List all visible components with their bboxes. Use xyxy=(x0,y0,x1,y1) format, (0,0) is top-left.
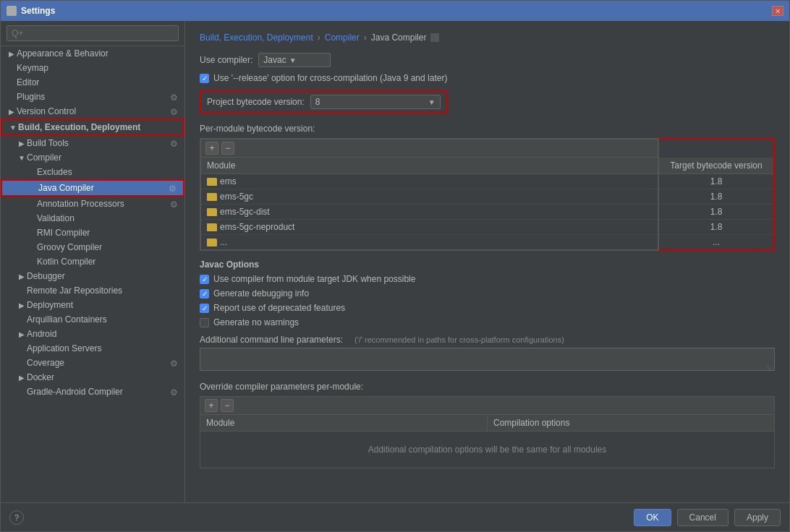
breadcrumb-sep1: › xyxy=(318,33,320,43)
gear-icon: ⚙ xyxy=(170,93,179,101)
expand-arrow: ▶ xyxy=(7,48,17,59)
cross-compile-checkbox[interactable]: ✓ xyxy=(200,74,209,83)
gear-icon: ⚙ xyxy=(170,359,179,367)
table-row[interactable]: ems-5gc-neproduct xyxy=(201,220,658,235)
search-box xyxy=(1,21,184,46)
compiler-select[interactable]: Javac ▼ xyxy=(258,53,331,67)
opt1-label: Use compiler from module target JDK when… xyxy=(213,274,415,284)
module-name-cell: ems-5gc-neproduct xyxy=(201,220,658,234)
expand-arrow xyxy=(27,242,37,252)
opt2-checkbox[interactable]: ✓ xyxy=(200,289,209,299)
expand-arrow xyxy=(17,358,27,368)
sidebar-item-rmi[interactable]: RMI Compiler xyxy=(1,226,184,240)
version-cell: 1.8 xyxy=(659,205,773,220)
sidebar-item-editor[interactable]: Editor xyxy=(1,75,184,90)
cross-compile-row: ✓ Use '--release' option for cross-compi… xyxy=(200,73,775,83)
modules-table-left: + − Module ems xyxy=(200,138,659,251)
javac-options-header: Javac Options xyxy=(200,259,775,270)
add-override-button[interactable]: + xyxy=(205,399,218,412)
opt3-label: Report use of deprecated features xyxy=(213,303,345,313)
sidebar-item-annotation[interactable]: Annotation Processors ⚙ xyxy=(1,197,184,211)
gear-icon: ⚙ xyxy=(170,107,179,116)
folder-icon xyxy=(207,239,217,246)
table-toolbar: + − xyxy=(201,140,658,158)
module-name-cell: ... xyxy=(201,235,658,249)
expand-arrow xyxy=(27,199,37,209)
breadcrumb-part2[interactable]: Compiler xyxy=(325,33,360,43)
settings-window: Settings ✕ ▶ Appearance & Behavior Keyma… xyxy=(0,0,790,532)
expand-arrow xyxy=(17,314,27,325)
cancel-button[interactable]: Cancel xyxy=(677,509,729,526)
table-row[interactable]: ems-5gc xyxy=(201,189,658,205)
sidebar-item-arquillian[interactable]: Arquillian Containers xyxy=(1,312,184,327)
override-hint: Additional compilation options will be t… xyxy=(368,445,607,455)
sidebar-item-appearance[interactable]: ▶ Appearance & Behavior xyxy=(1,46,184,61)
sidebar-item-android[interactable]: ▶ Android xyxy=(1,327,184,341)
sidebar-item-deployment[interactable]: ▶ Deployment xyxy=(1,298,184,312)
check-mark: ✓ xyxy=(202,290,208,298)
sidebar-item-compiler[interactable]: ▼ Compiler xyxy=(1,150,184,165)
javac-opt2-row: ✓ Generate debugging info xyxy=(200,288,775,299)
remove-override-button[interactable]: − xyxy=(221,399,234,412)
expand-arrow xyxy=(17,286,27,296)
table-row[interactable]: ... xyxy=(201,235,658,249)
add-module-button[interactable]: + xyxy=(205,142,218,155)
sidebar-item-validation[interactable]: Validation xyxy=(1,211,184,226)
javac-opt4-row: Generate no warnings xyxy=(200,317,775,327)
sidebar-item-build-tools[interactable]: ▶ Build Tools ⚙ xyxy=(1,136,184,150)
expand-arrow: ▶ xyxy=(17,271,27,281)
expand-arrow xyxy=(7,63,17,73)
override-module-header: Module xyxy=(200,415,488,431)
sidebar-item-kotlin[interactable]: Kotlin Compiler xyxy=(1,254,184,269)
sidebar: ▶ Appearance & Behavior Keymap Editor Pl… xyxy=(1,21,185,502)
close-button[interactable]: ✕ xyxy=(772,6,783,16)
sidebar-item-docker[interactable]: ▶ Docker xyxy=(1,370,184,385)
module-name-cell: ems-5gc-dist xyxy=(201,205,658,219)
resize-handle[interactable]: ⤡ xyxy=(766,364,773,372)
sidebar-item-coverage[interactable]: Coverage ⚙ xyxy=(1,356,184,370)
right-panel: Build, Execution, Deployment › Compiler … xyxy=(185,21,789,502)
expand-arrow: ▼ xyxy=(8,122,18,132)
opt3-checkbox[interactable]: ✓ xyxy=(200,304,209,313)
tree: ▶ Appearance & Behavior Keymap Editor Pl… xyxy=(1,46,184,502)
expand-arrow: ▶ xyxy=(17,300,27,310)
additional-params-label: Additional command line parameters: xyxy=(200,335,343,345)
expand-arrow xyxy=(17,387,27,397)
search-input[interactable] xyxy=(7,25,179,41)
opt1-checkbox[interactable]: ✓ xyxy=(200,275,209,284)
breadcrumb-part1[interactable]: Build, Execution, Deployment xyxy=(200,33,313,43)
sidebar-item-gradle-android[interactable]: Gradle-Android Compiler ⚙ xyxy=(1,385,184,399)
bytecode-version-select[interactable]: 8 ▼ xyxy=(310,95,441,109)
sidebar-item-excludes[interactable]: Excludes xyxy=(1,165,184,179)
expand-arrow xyxy=(27,228,37,238)
remove-module-button[interactable]: − xyxy=(221,142,234,155)
sidebar-item-java-compiler[interactable]: Java Compiler ⚙ xyxy=(1,179,184,197)
title-bar: Settings ✕ xyxy=(1,1,789,21)
expand-arrow: ▶ xyxy=(7,106,17,116)
sidebar-item-build[interactable]: ▼ Build, Execution, Deployment xyxy=(1,119,184,136)
sidebar-item-debugger[interactable]: ▶ Debugger xyxy=(1,269,184,283)
sidebar-item-remote-jar[interactable]: Remote Jar Repositories xyxy=(1,283,184,298)
table-row[interactable]: ems xyxy=(201,174,658,189)
sidebar-item-plugins[interactable]: Plugins ⚙ xyxy=(1,90,184,104)
ok-button[interactable]: OK xyxy=(634,509,671,526)
sidebar-item-version-control[interactable]: ▶ Version Control ⚙ xyxy=(1,104,184,119)
opt4-checkbox[interactable] xyxy=(200,318,209,327)
help-button[interactable]: ? xyxy=(9,510,24,525)
expand-arrow: ▶ xyxy=(17,372,27,382)
table-row[interactable]: ems-5gc-dist xyxy=(201,205,658,220)
folder-icon xyxy=(207,223,217,231)
opt2-label: Generate debugging info xyxy=(213,288,309,299)
expand-arrow: ▶ xyxy=(17,329,27,339)
compiler-value: Javac xyxy=(263,55,286,65)
sidebar-item-keymap[interactable]: Keymap xyxy=(1,61,184,75)
target-version-header: Target bytecode version xyxy=(659,158,773,174)
sidebar-item-groovy[interactable]: Groovy Compiler xyxy=(1,240,184,254)
bytecode-version-value: 8 xyxy=(315,97,320,107)
apply-button[interactable]: Apply xyxy=(734,509,781,526)
cross-compile-label: Use '--release' option for cross-compila… xyxy=(213,73,447,83)
additional-params-input[interactable] xyxy=(200,348,775,371)
sidebar-item-app-servers[interactable]: Application Servers xyxy=(1,341,184,356)
bottom-bar: ? OK Cancel Apply xyxy=(1,502,789,531)
check-mark: ✓ xyxy=(202,304,208,312)
